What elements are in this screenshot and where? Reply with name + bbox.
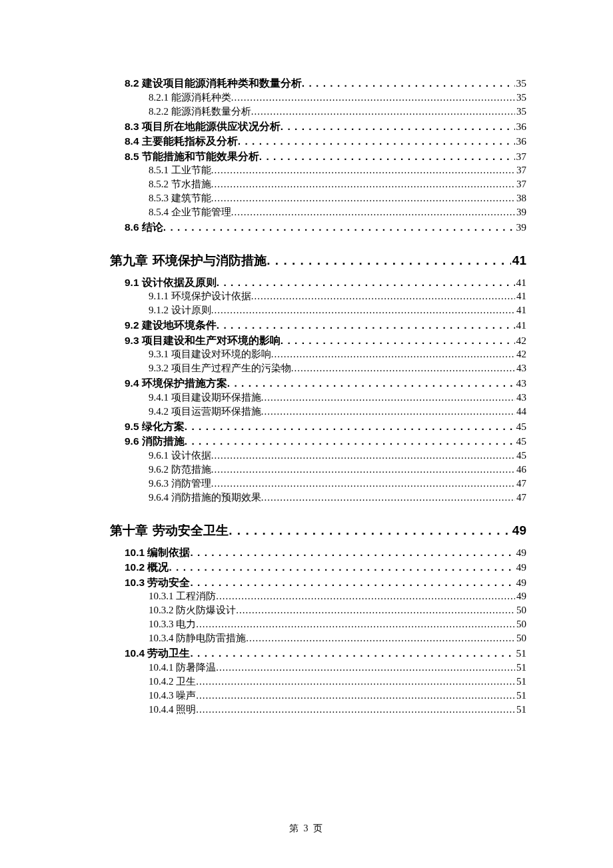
toc-entry-title: 9.3.2 项目生产过程产生的污染物	[149, 363, 291, 373]
toc-entry-page: 41	[515, 320, 527, 331]
toc-entry-page: 41	[515, 305, 526, 315]
toc-entry: 8.5 节能措施和节能效果分析37	[125, 151, 526, 162]
toc-leader-dots	[163, 222, 515, 233]
toc-entry-title: 9.3.1 项目建设对环境的影响	[149, 349, 271, 359]
toc-entry-title: 9.6 消防措施	[125, 436, 185, 447]
toc-entry-title: 10.2 概况	[125, 562, 169, 573]
toc-entry-title: 9.1.2 设计原则	[149, 305, 211, 315]
toc-entry-page: 51	[515, 663, 526, 673]
toc-entry-title: 9.3 项目建设和生产对环境的影响	[125, 335, 281, 346]
toc-entry-title: 8.2 建设项目能源消耗种类和数量分析	[125, 78, 302, 89]
toc-entry-title: 10.3.4 防静电防雷措施	[149, 633, 246, 643]
toc-entry: 8.4 主要能耗指标及分析36	[125, 136, 526, 147]
toc-entry-title: 8.2.2 能源消耗数量分析	[149, 107, 251, 117]
toc-entry-title: 9.6.4 消防措施的预期效果	[149, 493, 261, 503]
toc-entry: 8.2 建设项目能源消耗种类和数量分析35	[125, 78, 526, 89]
toc-entry-title: 8.2.1 能源消耗种类	[149, 93, 231, 103]
toc-entry-page: 49	[515, 591, 526, 601]
toc-entry-page: 41	[515, 277, 527, 288]
toc-leader-dots	[190, 577, 514, 588]
toc-entry: 10.3.1 工程消防49	[149, 591, 526, 601]
toc-entry-page: 50	[515, 619, 526, 629]
toc-entry: 第十章 劳动安全卫生49	[110, 524, 526, 537]
toc-leader-dots	[246, 633, 515, 643]
toc-entry-page: 50	[515, 633, 526, 643]
toc-entry-title: 8.5.2 节水措施	[149, 179, 211, 189]
toc-entry-page: 37	[515, 179, 526, 189]
toc-entry-page: 43	[515, 378, 527, 389]
toc-entry-page: 37	[515, 151, 527, 162]
toc-entry: 8.5.2 节水措施37	[149, 179, 526, 189]
toc-leader-dots	[271, 349, 515, 359]
toc-entry-title: 8.3 项目所在地能源供应状况分析	[125, 121, 281, 132]
toc-entry-page: 47	[515, 493, 526, 503]
toc-entry-page: 44	[515, 407, 526, 417]
toc-entry-page: 36	[515, 121, 527, 132]
toc-leader-dots	[196, 705, 515, 715]
toc-leader-dots	[251, 291, 515, 301]
toc-leader-dots	[251, 107, 515, 117]
toc-entry: 9.3 项目建设和生产对环境的影响42	[125, 335, 526, 346]
toc-entry-page: 38	[515, 193, 526, 203]
toc-entry: 8.5.3 建筑节能38	[149, 193, 526, 203]
toc-entry: 8.2.1 能源消耗种类35	[149, 93, 526, 103]
document-page: 8.2 建设项目能源消耗种类和数量分析358.2.1 能源消耗种类358.2.2…	[0, 0, 613, 868]
page-footer: 第 3 页	[0, 823, 613, 835]
toc-leader-dots	[190, 648, 514, 659]
toc-entry-page: 35	[515, 78, 527, 89]
toc-entry-page: 42	[515, 335, 527, 346]
toc-leader-dots	[267, 254, 511, 267]
toc-entry-title: 10.1 编制依据	[125, 547, 190, 558]
toc-leader-dots	[196, 691, 515, 701]
toc-entry: 10.3.3 电力50	[149, 619, 526, 629]
toc-entry: 8.2.2 能源消耗数量分析35	[149, 107, 526, 117]
toc-entry-page: 47	[515, 479, 526, 489]
toc-leader-dots	[169, 562, 514, 573]
toc-entry: 8.5.1 工业节能37	[149, 165, 526, 175]
toc-entry: 9.6.1 设计依据45	[149, 451, 526, 461]
toc-entry: 9.6.4 消防措施的预期效果47	[149, 493, 526, 503]
toc-leader-dots	[259, 151, 515, 162]
toc-entry-page: 35	[515, 93, 526, 103]
toc-entry: 10.3 劳动安全49	[125, 577, 526, 588]
toc-entry-title: 9.5 绿化方案	[125, 421, 185, 432]
toc-entry-page: 43	[515, 363, 526, 373]
toc-entry: 9.1 设计依据及原则41	[125, 277, 526, 288]
toc-entry-title: 8.5.4 企业节能管理	[149, 207, 231, 217]
toc-entry-title: 9.4.1 项目建设期环保措施	[149, 393, 261, 403]
toc-entry-title: 8.4 主要能耗指标及分析	[125, 136, 238, 147]
toc-entry-page: 39	[515, 207, 526, 217]
toc-entry-page: 39	[515, 222, 527, 233]
toc-entry: 10.2 概况49	[125, 562, 526, 573]
toc-entry-title: 8.5.3 建筑节能	[149, 193, 211, 203]
toc-entry: 10.4.4 照明51	[149, 705, 526, 715]
toc-leader-dots	[217, 277, 515, 288]
toc-entry-page: 45	[515, 451, 526, 461]
toc-entry-title: 9.2 建设地环境条件	[125, 320, 217, 331]
toc-entry-title: 9.6.1 设计依据	[149, 451, 211, 461]
toc-entry-title: 10.4.1 防暑降温	[149, 663, 216, 673]
toc-leader-dots	[211, 451, 515, 461]
toc-entry-title: 10.3.3 电力	[149, 619, 196, 629]
toc-leader-dots	[185, 421, 515, 432]
toc-entry: 9.6.3 消防管理47	[149, 479, 526, 489]
toc-entry-title: 10.3.2 防火防爆设计	[149, 605, 236, 615]
toc-entry-page: 42	[515, 349, 526, 359]
toc-entry-page: 49	[515, 547, 527, 558]
toc-leader-dots	[196, 619, 515, 629]
toc-entry-title: 10.4 劳动卫生	[125, 648, 190, 659]
toc-leader-dots	[231, 93, 515, 103]
table-of-contents: 8.2 建设项目能源消耗种类和数量分析358.2.1 能源消耗种类358.2.2…	[110, 78, 526, 715]
toc-entry: 9.5 绿化方案45	[125, 421, 526, 432]
toc-entry-page: 43	[515, 393, 526, 403]
toc-entry: 9.6.2 防范措施46	[149, 465, 526, 475]
toc-entry-page: 37	[515, 165, 526, 175]
toc-entry-page: 49	[511, 524, 526, 537]
toc-leader-dots	[211, 179, 515, 189]
toc-entry-title: 10.3.1 工程消防	[149, 591, 216, 601]
toc-leader-dots	[216, 663, 515, 673]
toc-entry: 10.3.4 防静电防雷措施50	[149, 633, 526, 643]
toc-entry-title: 8.6 结论	[125, 222, 163, 233]
toc-entry-title: 9.1 设计依据及原则	[125, 277, 217, 288]
toc-entry-title: 10.4.4 照明	[149, 705, 196, 715]
